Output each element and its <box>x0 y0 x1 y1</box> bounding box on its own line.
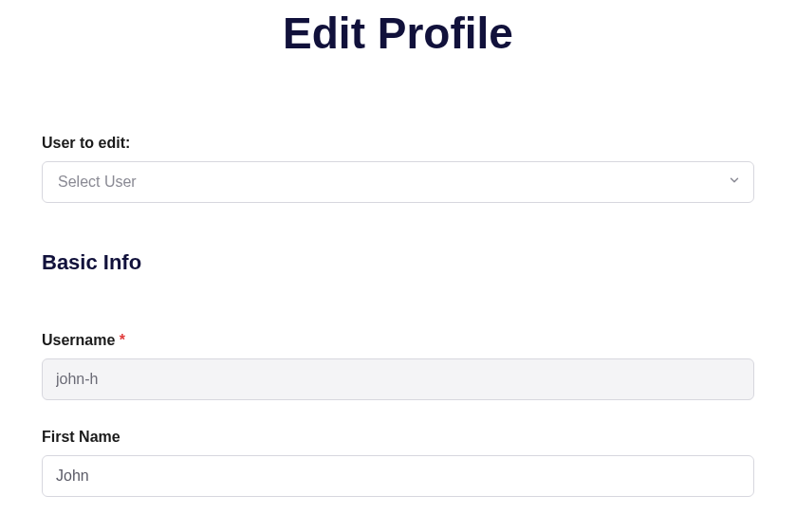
user-select[interactable]: Select User <box>42 161 754 203</box>
username-group: Username * <box>42 332 754 400</box>
username-field[interactable] <box>42 358 754 400</box>
user-select-wrapper: Select User <box>42 161 754 203</box>
first-name-field[interactable] <box>42 455 754 497</box>
required-star-icon: * <box>120 332 125 348</box>
username-label: Username * <box>42 332 754 349</box>
page-title: Edit Profile <box>42 8 754 59</box>
user-select-value: Select User <box>58 174 137 190</box>
username-label-text: Username <box>42 332 115 348</box>
first-name-group: First Name <box>42 429 754 497</box>
user-select-label: User to edit: <box>42 135 754 152</box>
first-name-label: First Name <box>42 429 754 446</box>
basic-info-heading: Basic Info <box>42 250 754 275</box>
